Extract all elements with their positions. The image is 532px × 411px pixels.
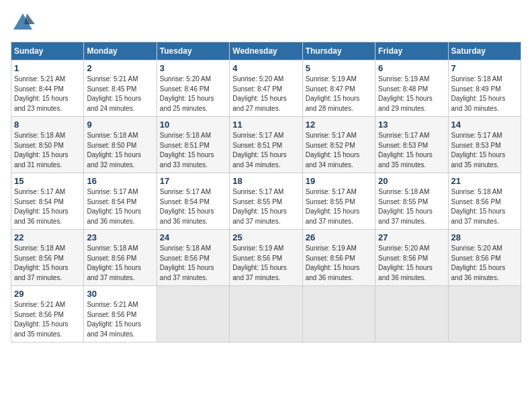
day-number: 20 bbox=[378, 176, 445, 186]
day-info: Sunrise: 5:18 AM Sunset: 8:56 PM Dayligh… bbox=[160, 244, 214, 281]
calendar-weekday-header: Monday bbox=[84, 42, 157, 60]
calendar-body: 1Sunrise: 5:21 AM Sunset: 8:44 PM Daylig… bbox=[11, 60, 521, 342]
calendar-cell: 27Sunrise: 5:20 AM Sunset: 8:56 PM Dayli… bbox=[375, 230, 448, 286]
calendar-cell bbox=[375, 286, 448, 342]
calendar-cell: 23Sunrise: 5:18 AM Sunset: 8:56 PM Dayli… bbox=[84, 230, 157, 286]
calendar-cell: 2Sunrise: 5:21 AM Sunset: 8:45 PM Daylig… bbox=[84, 60, 157, 117]
calendar-cell: 18Sunrise: 5:17 AM Sunset: 8:55 PM Dayli… bbox=[230, 173, 302, 230]
day-number: 11 bbox=[232, 120, 299, 130]
day-number: 30 bbox=[87, 289, 153, 299]
day-number: 17 bbox=[160, 176, 226, 186]
day-number: 23 bbox=[87, 232, 153, 242]
calendar-week-row: 1Sunrise: 5:21 AM Sunset: 8:44 PM Daylig… bbox=[11, 60, 521, 117]
day-number: 22 bbox=[14, 232, 81, 242]
calendar-cell bbox=[157, 286, 229, 342]
calendar-cell bbox=[230, 286, 302, 342]
day-number: 16 bbox=[87, 176, 153, 186]
day-number: 28 bbox=[451, 232, 518, 242]
calendar-weekday-header: Tuesday bbox=[157, 42, 229, 60]
calendar-cell: 21Sunrise: 5:18 AM Sunset: 8:56 PM Dayli… bbox=[448, 173, 521, 230]
calendar-cell: 22Sunrise: 5:18 AM Sunset: 8:56 PM Dayli… bbox=[11, 230, 84, 286]
calendar-cell: 5Sunrise: 5:19 AM Sunset: 8:47 PM Daylig… bbox=[302, 60, 375, 117]
day-number: 3 bbox=[160, 63, 226, 73]
day-info: Sunrise: 5:17 AM Sunset: 8:51 PM Dayligh… bbox=[232, 132, 287, 169]
day-number: 12 bbox=[306, 120, 372, 130]
day-number: 21 bbox=[451, 176, 518, 186]
day-number: 29 bbox=[14, 289, 81, 299]
day-info: Sunrise: 5:17 AM Sunset: 8:54 PM Dayligh… bbox=[160, 188, 214, 225]
day-info: Sunrise: 5:20 AM Sunset: 8:46 PM Dayligh… bbox=[160, 75, 214, 112]
calendar-weekday-header: Sunday bbox=[11, 42, 84, 60]
day-info: Sunrise: 5:19 AM Sunset: 8:56 PM Dayligh… bbox=[232, 244, 287, 281]
day-number: 8 bbox=[14, 120, 81, 130]
day-info: Sunrise: 5:21 AM Sunset: 8:44 PM Dayligh… bbox=[14, 75, 69, 112]
day-number: 13 bbox=[378, 120, 445, 130]
day-number: 18 bbox=[232, 176, 299, 186]
calendar-cell: 28Sunrise: 5:20 AM Sunset: 8:56 PM Dayli… bbox=[448, 230, 521, 286]
day-info: Sunrise: 5:19 AM Sunset: 8:48 PM Dayligh… bbox=[378, 75, 433, 112]
calendar-cell: 25Sunrise: 5:19 AM Sunset: 8:56 PM Dayli… bbox=[230, 230, 302, 286]
day-info: Sunrise: 5:17 AM Sunset: 8:52 PM Dayligh… bbox=[306, 132, 360, 169]
day-number: 5 bbox=[306, 63, 372, 73]
logo-icon bbox=[11, 11, 35, 35]
day-number: 15 bbox=[14, 176, 81, 186]
calendar-week-row: 15Sunrise: 5:17 AM Sunset: 8:54 PM Dayli… bbox=[11, 173, 521, 230]
day-info: Sunrise: 5:17 AM Sunset: 8:54 PM Dayligh… bbox=[87, 188, 141, 225]
day-info: Sunrise: 5:17 AM Sunset: 8:55 PM Dayligh… bbox=[232, 188, 287, 225]
calendar-header-row: SundayMondayTuesdayWednesdayThursdayFrid… bbox=[11, 42, 521, 60]
calendar-week-row: 22Sunrise: 5:18 AM Sunset: 8:56 PM Dayli… bbox=[11, 230, 521, 286]
day-number: 10 bbox=[160, 120, 226, 130]
day-info: Sunrise: 5:20 AM Sunset: 8:47 PM Dayligh… bbox=[232, 75, 287, 112]
calendar-cell: 3Sunrise: 5:20 AM Sunset: 8:46 PM Daylig… bbox=[157, 60, 229, 117]
calendar-cell: 11Sunrise: 5:17 AM Sunset: 8:51 PM Dayli… bbox=[230, 117, 302, 173]
calendar-cell: 26Sunrise: 5:19 AM Sunset: 8:56 PM Dayli… bbox=[302, 230, 375, 286]
day-number: 19 bbox=[306, 176, 372, 186]
day-number: 24 bbox=[160, 232, 226, 242]
calendar-cell: 20Sunrise: 5:18 AM Sunset: 8:55 PM Dayli… bbox=[375, 173, 448, 230]
day-info: Sunrise: 5:19 AM Sunset: 8:47 PM Dayligh… bbox=[306, 75, 360, 112]
calendar-week-row: 8Sunrise: 5:18 AM Sunset: 8:50 PM Daylig… bbox=[11, 117, 521, 173]
calendar-cell: 7Sunrise: 5:18 AM Sunset: 8:49 PM Daylig… bbox=[448, 60, 521, 117]
calendar-cell: 13Sunrise: 5:17 AM Sunset: 8:53 PM Dayli… bbox=[375, 117, 448, 173]
day-number: 14 bbox=[451, 120, 518, 130]
calendar-table: SundayMondayTuesdayWednesdayThursdayFrid… bbox=[11, 42, 521, 342]
day-info: Sunrise: 5:17 AM Sunset: 8:55 PM Dayligh… bbox=[306, 188, 360, 225]
day-number: 1 bbox=[14, 63, 81, 73]
day-info: Sunrise: 5:17 AM Sunset: 8:53 PM Dayligh… bbox=[451, 132, 506, 169]
calendar-cell: 6Sunrise: 5:19 AM Sunset: 8:48 PM Daylig… bbox=[375, 60, 448, 117]
day-info: Sunrise: 5:17 AM Sunset: 8:54 PM Dayligh… bbox=[14, 188, 69, 225]
day-info: Sunrise: 5:21 AM Sunset: 8:56 PM Dayligh… bbox=[14, 301, 69, 338]
day-info: Sunrise: 5:18 AM Sunset: 8:49 PM Dayligh… bbox=[451, 75, 506, 112]
calendar-cell: 10Sunrise: 5:18 AM Sunset: 8:51 PM Dayli… bbox=[157, 117, 229, 173]
page-header bbox=[11, 11, 521, 35]
day-info: Sunrise: 5:18 AM Sunset: 8:55 PM Dayligh… bbox=[378, 188, 433, 225]
day-info: Sunrise: 5:18 AM Sunset: 8:56 PM Dayligh… bbox=[87, 244, 141, 281]
day-number: 6 bbox=[378, 63, 445, 73]
calendar-cell: 29Sunrise: 5:21 AM Sunset: 8:56 PM Dayli… bbox=[11, 286, 84, 342]
day-info: Sunrise: 5:18 AM Sunset: 8:56 PM Dayligh… bbox=[451, 188, 506, 225]
calendar-weekday-header: Thursday bbox=[302, 42, 375, 60]
logo bbox=[11, 11, 36, 35]
calendar-cell: 4Sunrise: 5:20 AM Sunset: 8:47 PM Daylig… bbox=[230, 60, 302, 117]
calendar-cell: 12Sunrise: 5:17 AM Sunset: 8:52 PM Dayli… bbox=[302, 117, 375, 173]
calendar-weekday-header: Wednesday bbox=[230, 42, 302, 60]
day-number: 25 bbox=[232, 232, 299, 242]
day-info: Sunrise: 5:21 AM Sunset: 8:56 PM Dayligh… bbox=[87, 301, 141, 338]
calendar-cell: 1Sunrise: 5:21 AM Sunset: 8:44 PM Daylig… bbox=[11, 60, 84, 117]
calendar-cell: 8Sunrise: 5:18 AM Sunset: 8:50 PM Daylig… bbox=[11, 117, 84, 173]
day-info: Sunrise: 5:17 AM Sunset: 8:53 PM Dayligh… bbox=[378, 132, 433, 169]
calendar-cell: 9Sunrise: 5:18 AM Sunset: 8:50 PM Daylig… bbox=[84, 117, 157, 173]
day-info: Sunrise: 5:18 AM Sunset: 8:50 PM Dayligh… bbox=[87, 132, 141, 169]
day-number: 9 bbox=[87, 120, 153, 130]
calendar-cell: 17Sunrise: 5:17 AM Sunset: 8:54 PM Dayli… bbox=[157, 173, 229, 230]
day-number: 7 bbox=[451, 63, 518, 73]
calendar-cell: 14Sunrise: 5:17 AM Sunset: 8:53 PM Dayli… bbox=[448, 117, 521, 173]
day-info: Sunrise: 5:20 AM Sunset: 8:56 PM Dayligh… bbox=[378, 244, 433, 281]
calendar-cell: 19Sunrise: 5:17 AM Sunset: 8:55 PM Dayli… bbox=[302, 173, 375, 230]
calendar-cell bbox=[302, 286, 375, 342]
day-info: Sunrise: 5:20 AM Sunset: 8:56 PM Dayligh… bbox=[451, 244, 506, 281]
day-info: Sunrise: 5:18 AM Sunset: 8:56 PM Dayligh… bbox=[14, 244, 69, 281]
calendar-weekday-header: Friday bbox=[375, 42, 448, 60]
day-info: Sunrise: 5:18 AM Sunset: 8:50 PM Dayligh… bbox=[14, 132, 69, 169]
day-info: Sunrise: 5:19 AM Sunset: 8:56 PM Dayligh… bbox=[306, 244, 360, 281]
